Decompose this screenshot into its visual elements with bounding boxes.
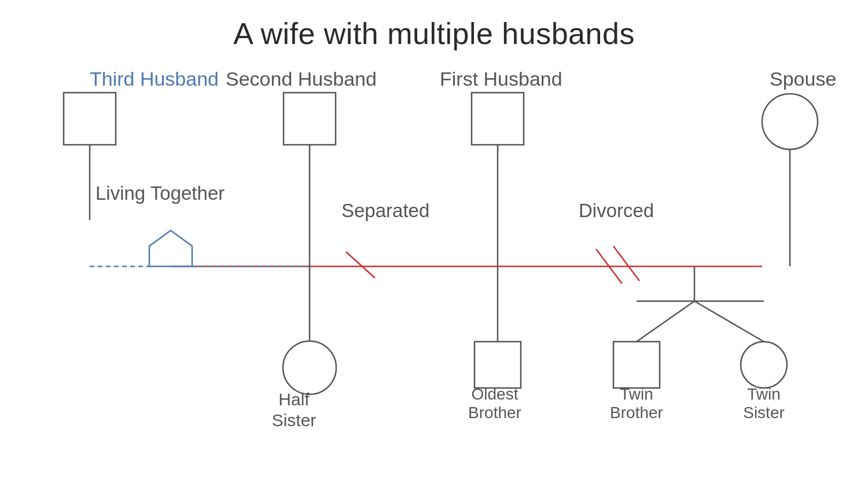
twin-brother-box [613,342,660,388]
third-husband-box [64,93,116,145]
twin-brother-label-line1: Twin [620,385,653,403]
half-sister-label-line1: Half [278,390,310,409]
living-together-house [149,230,192,266]
twin-right-diagonal [694,301,764,342]
separated-slash-1 [346,252,375,278]
separated-label: Separated [341,200,429,221]
spouse-label: Spouse [770,68,836,90]
first-husband-label: First Husband [440,68,562,90]
second-husband-label: Second Husband [226,68,377,90]
twin-sister-label-line1: Twin [747,385,781,403]
living-together-label: Living Together [95,182,225,204]
spouse-circle [762,94,818,149]
twin-brother-label-line2: Brother [610,404,663,422]
twin-sister-label-line2: Sister [743,404,785,422]
oldest-brother-box [475,342,521,388]
twin-left-diagonal [637,301,694,342]
oldest-brother-label-line1: Oldest [472,385,518,403]
divorced-slash-2 [613,246,639,281]
half-sister-circle [283,341,336,394]
first-husband-box [472,93,524,145]
divorced-label: Divorced [579,200,654,221]
half-sister-label-line2: Sister [272,411,317,430]
twin-sister-circle [741,342,787,388]
second-husband-box [284,93,336,145]
oldest-brother-label-line2: Brother [468,404,521,422]
third-husband-label: Third Husband [90,68,219,90]
